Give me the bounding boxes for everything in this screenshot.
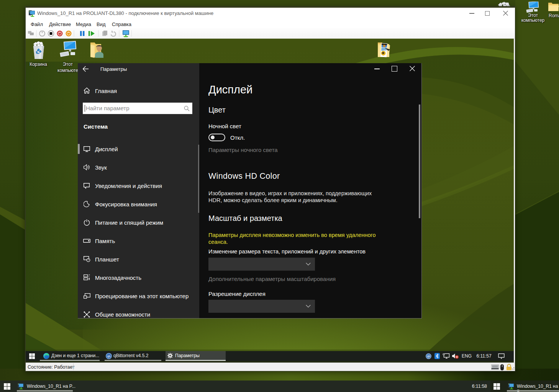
- svg-text:qb: qb: [107, 354, 110, 358]
- svg-text:qb: qb: [427, 355, 430, 358]
